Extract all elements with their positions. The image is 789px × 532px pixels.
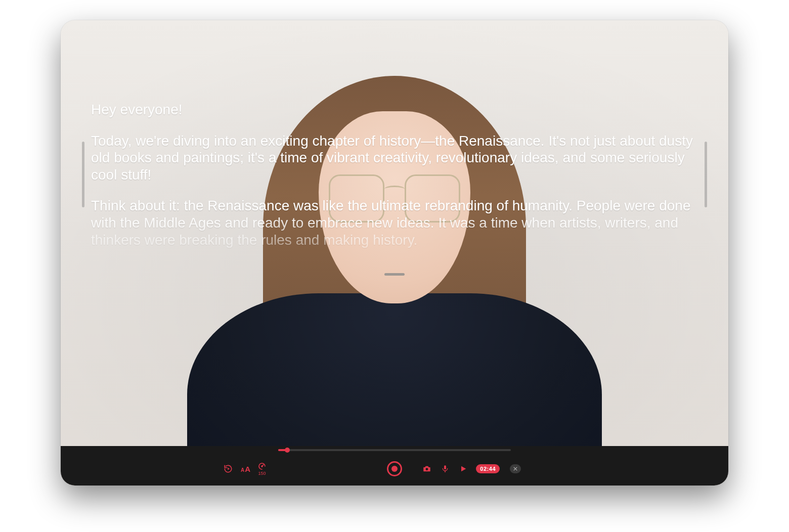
teleprompter-window: Hey everyone! Today, we're diving into a… — [61, 20, 728, 485]
script-paragraph: Hey everyone! — [91, 101, 698, 118]
control-bar: A A 150 — [61, 446, 728, 485]
scroll-speed-button[interactable]: 150 — [257, 462, 267, 476]
record-button[interactable] — [387, 461, 402, 476]
text-size-small-icon: A — [241, 468, 244, 473]
script-paragraph: Think about it: the Renaissance was like… — [91, 197, 698, 248]
speed-value: 150 — [258, 471, 266, 476]
overlay-resize-handle[interactable] — [384, 273, 405, 276]
microphone-icon — [441, 464, 449, 473]
svg-point-2 — [261, 466, 262, 467]
left-controls: A A 150 — [223, 462, 267, 476]
record-icon — [391, 466, 398, 472]
svg-marker-6 — [461, 466, 466, 472]
progress-track[interactable] — [278, 449, 511, 451]
timer-badge: 02:44 — [476, 464, 500, 473]
mic-toggle-button[interactable] — [440, 463, 451, 474]
svg-rect-4 — [444, 465, 446, 469]
script-paragraph: Today, we're diving into an exciting cha… — [91, 132, 698, 184]
scroll-indicator-right[interactable] — [705, 142, 707, 207]
restart-icon — [224, 464, 233, 473]
play-button[interactable] — [458, 463, 469, 474]
gauge-icon — [257, 462, 267, 471]
camera-toggle-button[interactable] — [421, 463, 432, 474]
teleprompter-script[interactable]: Hey everyone! Today, we're diving into a… — [91, 101, 698, 283]
restart-button[interactable] — [223, 463, 234, 474]
text-size-button[interactable]: A A — [241, 465, 250, 473]
right-controls: 02:44 — [421, 463, 521, 474]
svg-point-3 — [426, 468, 428, 470]
close-icon — [513, 466, 518, 471]
svg-marker-0 — [228, 468, 230, 470]
close-button[interactable] — [510, 464, 521, 473]
text-size-large-icon: A — [245, 465, 250, 473]
progress-handle[interactable] — [285, 448, 290, 453]
play-icon — [459, 465, 467, 473]
scroll-indicator-left[interactable] — [82, 142, 84, 207]
camera-icon — [422, 464, 431, 473]
